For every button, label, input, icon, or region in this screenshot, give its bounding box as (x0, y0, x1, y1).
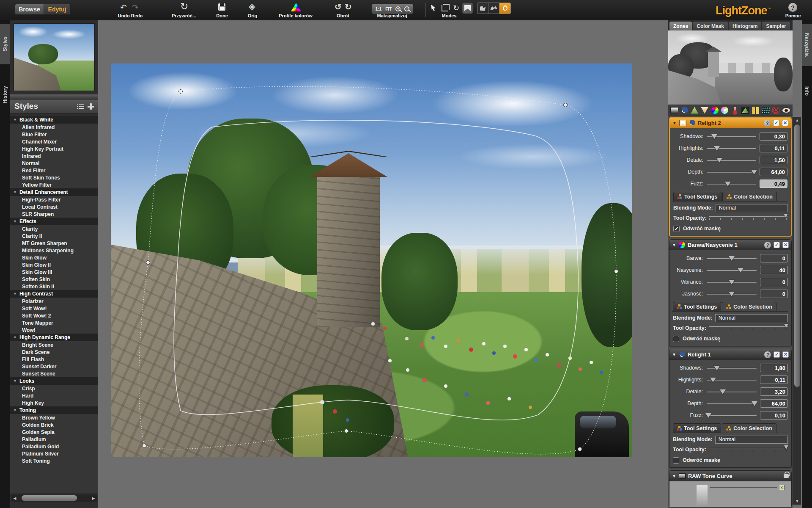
relight-tool-button[interactable] (680, 106, 689, 115)
blending-mode-select[interactable]: Normal (715, 314, 788, 322)
slider-thumb[interactable] (705, 413, 711, 418)
browse-button[interactable]: Browse (15, 4, 44, 14)
rotate-left-icon[interactable]: ↺ (335, 3, 342, 11)
style-item[interactable]: Soften Skin (10, 276, 98, 283)
redo-icon[interactable]: ↷ (132, 3, 139, 11)
highlights-slider[interactable] (707, 145, 756, 152)
style-item[interactable]: Brown Yellow (10, 414, 98, 421)
tool-settings-tab[interactable]: Tool Settings (673, 192, 721, 201)
scroll-down-icon[interactable]: ▼ (793, 498, 801, 505)
invert-mask-checkbox[interactable]: ✓ (673, 226, 680, 232)
slider-value[interactable]: 64,00 (760, 168, 787, 176)
style-group-header[interactable]: ▼High Contrast (10, 290, 98, 298)
slider-thumb[interactable] (729, 256, 735, 261)
undo-icon[interactable]: ↶ (120, 3, 127, 11)
region-inner-curve[interactable] (174, 120, 578, 420)
polygon-region-button[interactable] (477, 3, 488, 14)
depth-slider[interactable] (707, 168, 756, 175)
mode-region-button[interactable] (462, 3, 473, 14)
region-control-point[interactable] (614, 270, 618, 273)
region-control-point[interactable] (578, 447, 582, 451)
style-item[interactable]: Golden Brick (10, 421, 98, 428)
slider-value[interactable]: 0,11 (760, 144, 787, 152)
style-item[interactable]: Soft Toning (10, 457, 98, 464)
color-selection-tab[interactable]: Color Selection (722, 423, 776, 433)
region-control-point[interactable] (345, 429, 348, 433)
black-white-tool-button[interactable] (741, 106, 749, 115)
slider-value[interactable]: 0 (760, 290, 788, 298)
scroll-up-icon[interactable]: ▲ (793, 117, 801, 124)
style-group-header[interactable]: ▼Black & White (10, 116, 98, 124)
blending-mode-select[interactable]: Normal (715, 436, 788, 444)
style-item[interactable]: Channel Mixer (10, 138, 98, 145)
tool-enable-checkbox[interactable]: ✓ (774, 351, 780, 358)
add-style-icon[interactable] (88, 103, 94, 110)
slider-thumb[interactable] (751, 170, 757, 174)
style-item[interactable]: Blue Filter (10, 131, 98, 138)
collapse-icon[interactable]: ▼ (672, 352, 676, 357)
slider-value[interactable]: 40 (760, 266, 788, 274)
style-item[interactable]: Bright Scene (10, 341, 98, 348)
style-item[interactable]: Alien Infrared (10, 124, 98, 131)
vscroll-thumb[interactable] (794, 124, 800, 387)
noise-reduction-tool-button[interactable] (762, 106, 770, 115)
tool-opacity-slider[interactable] (709, 215, 787, 221)
detail-slider[interactable] (707, 157, 756, 163)
style-item[interactable]: Soft Skin Tones (10, 174, 98, 181)
raw-tone-curve-body[interactable]: ✕ (669, 481, 791, 507)
clone-tool-button[interactable] (782, 106, 790, 115)
style-item[interactable]: Infrared (10, 152, 98, 160)
style-group-header[interactable]: ▼Toning (10, 406, 98, 414)
color-selection-tab[interactable]: Color Selection (722, 192, 777, 201)
style-item[interactable]: Skin Glow II (10, 261, 98, 268)
invert-mask-checkbox[interactable] (673, 336, 679, 342)
saturation-slider[interactable] (707, 267, 757, 273)
tab-color-mask[interactable]: Color Mask (693, 22, 728, 30)
tab-zones[interactable]: Zones (669, 22, 692, 30)
style-item[interactable]: High Key (10, 399, 98, 406)
tool-enable-checkbox[interactable]: ✓ (773, 120, 779, 126)
mode-arrow-button[interactable] (428, 3, 439, 14)
tool-close-icon[interactable]: ✕ (782, 120, 788, 126)
region-control-point[interactable] (179, 90, 183, 94)
blur-tool-button[interactable] (701, 106, 709, 115)
lightness-slider[interactable] (707, 290, 757, 297)
tool-settings-tab[interactable]: Tool Settings (673, 302, 721, 311)
slider-thumb[interactable] (714, 146, 720, 151)
slider-value[interactable]: 64,00 (760, 399, 788, 408)
collapse-icon[interactable]: ▼ (672, 474, 676, 478)
tool-close-icon[interactable]: ✕ (782, 351, 789, 358)
slider-thumb[interactable] (729, 280, 735, 284)
style-group-header[interactable]: ▼Detail Enhancement (10, 188, 98, 196)
style-item[interactable]: Soft Wow! 2 (10, 312, 98, 319)
tools-rail-tab[interactable]: Narzędzia (802, 24, 812, 66)
slider-value[interactable]: 0 (760, 254, 788, 262)
style-item[interactable]: Fill Flash (10, 356, 98, 363)
depth-slider[interactable] (707, 400, 757, 407)
hscroll-track[interactable] (19, 495, 90, 501)
sharpen-tool-button[interactable] (691, 106, 699, 115)
color-balance-tool-button[interactable] (721, 106, 729, 115)
tab-histogram[interactable]: Histogram (729, 22, 761, 30)
photo-surface[interactable] (111, 64, 632, 457)
rotate-right-icon[interactable]: ↻ (345, 3, 352, 11)
style-item[interactable]: Sunset Darker (10, 363, 98, 370)
slider-value[interactable]: 0,49 (760, 179, 787, 188)
tool-help-icon[interactable]: ? (764, 242, 771, 248)
mode-rotate-button[interactable]: ↻ (451, 3, 461, 14)
history-rail-tab[interactable]: History (0, 75, 10, 115)
collapse-icon[interactable]: ▼ (672, 243, 676, 247)
collapse-icon[interactable]: ▼ (672, 121, 677, 125)
hue-saturation-header[interactable]: ▼ Barwa/Nasycenie 1 ? ✓ ✕ (669, 240, 791, 250)
edit-button[interactable]: Edytuj (44, 4, 70, 14)
orig-icon[interactable]: ◈ (249, 2, 255, 11)
style-item[interactable]: Dark Scene (10, 348, 98, 356)
zones-preview[interactable] (668, 30, 793, 105)
style-item[interactable]: Yellow Filter (10, 181, 98, 188)
tool-help-icon[interactable]: ? (764, 120, 771, 127)
style-item[interactable]: Wow! (10, 326, 98, 334)
zonemapper-tool-button[interactable] (670, 106, 678, 115)
relight1-header[interactable]: ▼ Relight 1 ? ✓ ✕ (669, 349, 791, 360)
style-item[interactable]: Tone Mapper (10, 319, 98, 326)
tool-opacity-slider[interactable] (709, 447, 788, 452)
